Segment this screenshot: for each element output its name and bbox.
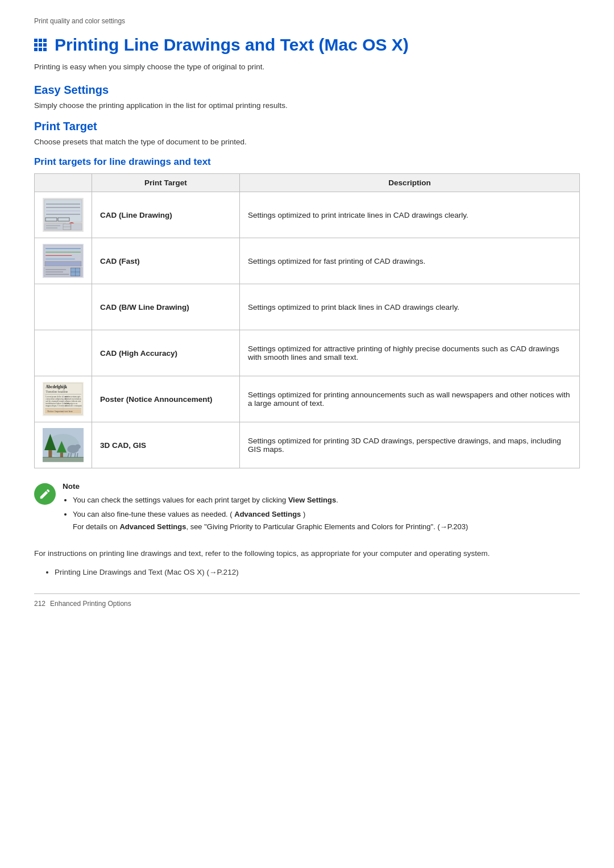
note-icon bbox=[34, 483, 56, 505]
table-cell-icon bbox=[35, 192, 92, 238]
table-cell-desc: Settings optimized for fast printing of … bbox=[240, 238, 580, 284]
print-targets-table: Print Target Description bbox=[34, 173, 580, 468]
table-cell-icon bbox=[35, 330, 92, 376]
grid-icon bbox=[34, 39, 47, 51]
table-cell-icon bbox=[35, 238, 92, 284]
target-name: CAD (Fast) bbox=[100, 257, 140, 265]
print-target-heading: Print Target bbox=[34, 120, 580, 133]
print-target-desc: Choose presets that match the type of do… bbox=[34, 138, 580, 146]
svg-text:Notice: Important text here: Notice: Important text here bbox=[47, 410, 73, 413]
table-cell-desc: Settings optimized for attractive printi… bbox=[240, 330, 580, 376]
col-icon-header bbox=[35, 174, 92, 192]
thumb-empty bbox=[43, 336, 84, 370]
col-desc-header: Description bbox=[240, 174, 580, 192]
table-row: CAD (Line Drawing)Settings optimized to … bbox=[35, 192, 580, 238]
page-title: Printing Line Drawings and Text (Mac OS … bbox=[34, 35, 580, 55]
svg-line-61 bbox=[77, 453, 78, 457]
footer-text: Enhanced Printing Options bbox=[50, 600, 131, 608]
table-cell-icon bbox=[35, 284, 92, 330]
note-content: Note You can check the settings values f… bbox=[63, 482, 580, 535]
table-cell-target: CAD (Fast) bbox=[92, 238, 240, 284]
svg-text:commodo consequat.: commodo consequat. bbox=[65, 405, 82, 407]
table-cell-desc: Settings optimized to print intricate li… bbox=[240, 192, 580, 238]
table-cell-desc: Settings optimized for printing announce… bbox=[240, 376, 580, 422]
thumb-cad-fast bbox=[43, 244, 84, 278]
svg-text:Abcdefghijk: Abcdefghijk bbox=[45, 385, 67, 389]
table-row: CAD (B/W Line Drawing)Settings optimized… bbox=[35, 284, 580, 330]
table-row: CAD (High Accuracy)Settings optimized fo… bbox=[35, 330, 580, 376]
footer-page: 212 bbox=[34, 600, 45, 608]
table-cell-desc: Settings optimized to print black lines … bbox=[240, 284, 580, 330]
target-name: CAD (B/W Line Drawing) bbox=[100, 303, 189, 312]
table-cell-icon bbox=[35, 422, 92, 468]
target-name: 3D CAD, GIS bbox=[100, 441, 146, 450]
breadcrumb: Print quality and color settings bbox=[34, 17, 580, 25]
svg-point-57 bbox=[75, 445, 81, 449]
easy-settings-heading: Easy Settings bbox=[34, 84, 580, 97]
note-bullet: You can check the settings values for ea… bbox=[73, 494, 580, 506]
svg-rect-22 bbox=[45, 261, 81, 266]
svg-rect-52 bbox=[48, 450, 52, 457]
svg-line-60 bbox=[75, 453, 76, 457]
table-cell-target: CAD (High Accuracy) bbox=[92, 330, 240, 376]
page-title-text: Printing Line Drawings and Text (Mac OS … bbox=[55, 35, 409, 55]
table-cell-target: Poster (Notice Announcement) bbox=[92, 376, 240, 422]
thumb-empty bbox=[43, 290, 84, 324]
follow-text: For instructions on printing line drawin… bbox=[34, 547, 580, 560]
footer-bar: 212 Enhanced Printing Options bbox=[34, 593, 580, 608]
note-title: Note bbox=[63, 482, 580, 491]
note-box: Note You can check the settings values f… bbox=[34, 482, 580, 535]
col-target-header: Print Target bbox=[92, 174, 240, 192]
target-name: CAD (Line Drawing) bbox=[100, 211, 172, 219]
table-row: CAD (Fast)Settings optimized for fast pr… bbox=[35, 238, 580, 284]
note-list: You can check the settings values for ea… bbox=[63, 494, 580, 533]
pencil-icon bbox=[39, 488, 51, 500]
thumb-cad-line bbox=[43, 198, 84, 232]
table-cell-target: CAD (B/W Line Drawing) bbox=[92, 284, 240, 330]
follow-list-item: Printing Line Drawings and Text (Mac OS … bbox=[55, 568, 580, 576]
table-section-heading: Print targets for line drawings and text bbox=[34, 156, 580, 168]
thumb-poster: Abcdefghijk Theneline headline Lorem ips… bbox=[43, 382, 84, 416]
svg-text:Theneline headline: Theneline headline bbox=[45, 390, 68, 393]
svg-rect-62 bbox=[43, 458, 84, 462]
note-bullet: You can also fine-tune these values as n… bbox=[73, 508, 580, 533]
table-cell-icon: Abcdefghijk Theneline headline Lorem ips… bbox=[35, 376, 92, 422]
svg-rect-54 bbox=[60, 452, 63, 457]
table-cell-target: CAD (Line Drawing) bbox=[92, 192, 240, 238]
svg-line-59 bbox=[70, 453, 71, 457]
page-intro: Printing is easy when you simply choose … bbox=[34, 63, 580, 71]
follow-list: Printing Line Drawings and Text (Mac OS … bbox=[34, 568, 580, 576]
table-row: 3D CAD, GISSettings optimized for printi… bbox=[35, 422, 580, 468]
thumb-3d bbox=[43, 428, 84, 462]
table-cell-target: 3D CAD, GIS bbox=[92, 422, 240, 468]
target-name: CAD (High Accuracy) bbox=[100, 349, 177, 358]
easy-settings-desc: Simply choose the printing application i… bbox=[34, 101, 580, 110]
svg-text:magna aliqua. Ut enim ad: magna aliqua. Ut enim ad bbox=[45, 405, 67, 407]
table-row: Abcdefghijk Theneline headline Lorem ips… bbox=[35, 376, 580, 422]
table-cell-desc: Settings optimized for printing 3D CAD d… bbox=[240, 422, 580, 468]
target-name: Poster (Notice Announcement) bbox=[100, 395, 213, 404]
